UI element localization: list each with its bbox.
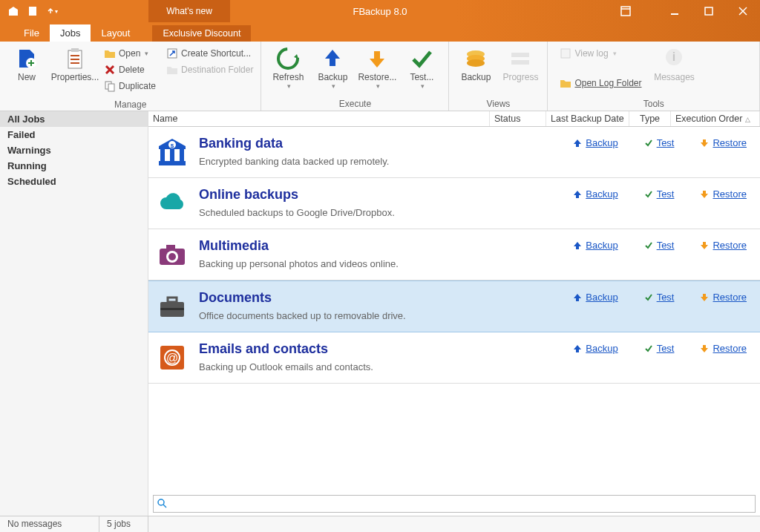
col-status[interactable]: Status — [490, 111, 546, 126]
tab-jobs[interactable]: Jobs — [50, 24, 91, 42]
check-icon — [643, 138, 654, 148]
restore-button[interactable]: Restore... ▾ — [355, 45, 399, 91]
group-execute-label: Execute — [264, 97, 445, 111]
check-icon — [643, 189, 654, 200]
search-input[interactable] — [170, 499, 752, 510]
shortcut-icon — [166, 47, 178, 59]
maximize-alt-button[interactable] — [609, 0, 643, 22]
status-messages: No messages — [0, 516, 99, 532]
svg-rect-24 — [561, 49, 570, 58]
job-restore-link[interactable]: Restore — [699, 240, 747, 251]
sidebar-item-all-jobs[interactable]: All Jobs — [0, 111, 148, 127]
tab-layout[interactable]: Layout — [91, 24, 140, 42]
close-button[interactable] — [726, 0, 760, 22]
job-backup-link[interactable]: Backup — [572, 188, 618, 200]
duplicate-button[interactable]: Duplicate — [101, 79, 159, 93]
job-backup-link[interactable]: Backup — [572, 137, 618, 148]
job-row[interactable]: $Banking dataEncrypted banking data back… — [148, 127, 760, 178]
restore-arrow-down-icon — [364, 46, 390, 71]
tab-bar: File Jobs Layout Exclusive Discount — [0, 22, 760, 42]
folder-log-icon — [560, 77, 571, 89]
svg-rect-30 — [159, 161, 186, 165]
sidebar-item-running[interactable]: Running — [0, 158, 148, 174]
job-description: Backing up personal photos and videos on… — [199, 258, 562, 269]
svg-rect-16 — [108, 84, 114, 91]
job-restore-link[interactable]: Restore — [699, 188, 747, 200]
search-icon — [157, 498, 167, 510]
col-execution-order[interactable]: Execution Order △ — [671, 111, 760, 126]
open-log-folder-button[interactable]: Open Log Folder — [557, 76, 644, 91]
refresh-icon — [275, 46, 301, 71]
minimize-button[interactable] — [658, 0, 692, 22]
job-icon: $ — [156, 136, 189, 168]
job-list: $Banking dataEncrypted banking data back… — [148, 127, 760, 492]
job-backup-link[interactable]: Backup — [572, 240, 618, 251]
svg-text:i: i — [672, 50, 675, 63]
job-test-link[interactable]: Test — [643, 240, 675, 251]
sidebar-item-failed[interactable]: Failed — [0, 127, 148, 142]
properties-button[interactable]: Properties... — [49, 45, 101, 84]
job-test-link[interactable]: Test — [643, 292, 675, 303]
col-type[interactable]: Type — [629, 111, 671, 126]
job-row[interactable]: DocumentsOffice documents backed up to r… — [148, 280, 760, 332]
svg-text:$: $ — [171, 142, 174, 149]
test-check-icon — [409, 46, 434, 71]
arrow-up-icon — [572, 189, 583, 200]
col-last-backup[interactable]: Last Backup Date — [546, 111, 629, 126]
job-backup-link[interactable]: Backup — [572, 343, 618, 354]
open-button[interactable]: Open ▾ — [101, 46, 159, 61]
arrow-down-icon — [699, 240, 710, 251]
app-icon[interactable] — [7, 5, 19, 17]
job-test-link[interactable]: Test — [643, 188, 675, 200]
job-title: Emails and contacts — [199, 341, 562, 357]
coins-icon — [463, 46, 488, 71]
job-row[interactable]: MultimediaBacking up personal photos and… — [148, 229, 760, 280]
job-restore-link[interactable]: Restore — [699, 292, 747, 303]
create-shortcut-button[interactable]: Create Shortcut... — [163, 46, 256, 61]
title-bar: ▾ What's new FBackup 8.0 — [0, 0, 760, 22]
status-spacer — [148, 516, 760, 532]
main-area: All Jobs Failed Warnings Running Schedul… — [0, 111, 760, 516]
job-title: Documents — [199, 290, 562, 306]
job-restore-link[interactable]: Restore — [699, 137, 747, 148]
svg-rect-0 — [29, 7, 36, 16]
maximize-button[interactable] — [692, 0, 726, 22]
upload-icon[interactable]: ▾ — [46, 5, 58, 17]
sidebar-item-warnings[interactable]: Warnings — [0, 142, 148, 158]
backup-view-button[interactable]: Backup — [453, 45, 498, 84]
arrow-down-icon — [699, 292, 710, 303]
status-bar: No messages 5 jobs — [0, 516, 760, 532]
new-doc-icon[interactable] — [27, 5, 39, 17]
job-row[interactable]: @Emails and contactsBacking up Outlook e… — [148, 332, 760, 384]
app-title: FBackup 8.0 — [353, 6, 407, 17]
whats-new-tab[interactable]: What's new — [148, 0, 230, 22]
job-restore-link[interactable]: Restore — [699, 343, 747, 354]
svg-point-36 — [168, 253, 176, 260]
tab-file[interactable]: File — [13, 24, 50, 42]
delete-x-icon — [104, 64, 116, 76]
job-row[interactable]: Online backupsScheduled backups to Googl… — [148, 178, 760, 229]
col-name[interactable]: Name — [148, 111, 490, 126]
arrow-up-icon — [572, 138, 583, 148]
delete-button[interactable]: Delete — [101, 62, 159, 77]
folder-icon — [166, 64, 178, 76]
search-bar[interactable] — [153, 495, 756, 513]
svg-rect-29 — [180, 149, 184, 161]
progress-button: Progress — [498, 45, 543, 84]
folder-open-icon — [104, 47, 116, 59]
sidebar-item-scheduled[interactable]: Scheduled — [0, 174, 148, 189]
job-test-link[interactable]: Test — [643, 137, 675, 148]
dropdown-caret-icon: ▾ — [145, 50, 148, 57]
job-test-link[interactable]: Test — [643, 343, 675, 354]
column-headers: Name Status Last Backup Date Type Execut… — [148, 111, 760, 127]
refresh-button[interactable]: Refresh ▾ — [266, 45, 310, 91]
job-backup-link[interactable]: Backup — [572, 292, 618, 303]
svg-rect-22 — [511, 53, 529, 57]
new-button[interactable]: New — [4, 45, 49, 84]
svg-point-43 — [158, 499, 164, 505]
test-button[interactable]: Test... ▾ — [399, 45, 444, 91]
arrow-up-icon — [572, 240, 583, 251]
backup-button[interactable]: Backup ▾ — [310, 45, 355, 91]
check-icon — [643, 240, 654, 251]
tab-exclusive-discount[interactable]: Exclusive Discount — [152, 25, 251, 42]
